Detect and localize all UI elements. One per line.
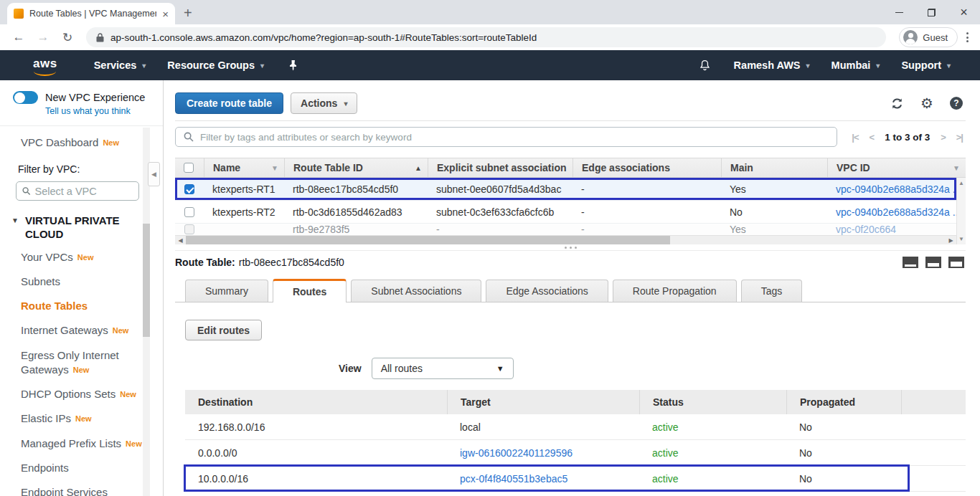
window-minimize-button[interactable] xyxy=(883,0,915,24)
sidebar-section-vpc[interactable]: ▼ VIRTUAL PRIVATE CLOUD xyxy=(0,201,148,242)
column-header-name[interactable]: Name▼ xyxy=(204,158,284,177)
sidebar-item-internet-gateways[interactable]: Internet GatewaysNew xyxy=(21,318,148,343)
new-tab-button[interactable]: + xyxy=(184,6,192,20)
cell-main: Yes xyxy=(721,224,827,235)
vertical-scrollbar[interactable]: ▲ ▼ xyxy=(956,178,966,244)
chevron-down-icon: ▾ xyxy=(876,62,880,70)
table-row[interactable]: ktexperts-RT2 rtb-0c3d61855d462ad83 subn… xyxy=(175,201,956,224)
new-badge: New xyxy=(103,138,119,147)
bell-icon[interactable] xyxy=(698,59,712,72)
column-header-edge-associations[interactable]: Edge associations xyxy=(573,158,721,177)
table-row-partial[interactable]: rtb-9e2783f5 - - Yes vpc-0f20c664 xyxy=(175,224,956,235)
tab-close-icon[interactable]: × xyxy=(162,9,169,19)
back-button[interactable]: ← xyxy=(7,30,30,44)
tab-edge-associations[interactable]: Edge Associations xyxy=(486,280,608,302)
row-checkbox[interactable] xyxy=(184,224,194,234)
scroll-left-icon[interactable]: ◀ xyxy=(175,237,186,244)
forward-button[interactable]: → xyxy=(32,30,55,44)
profile-button[interactable]: Guest xyxy=(899,27,958,47)
prev-page-button[interactable]: < xyxy=(870,132,875,143)
vpc-search-box[interactable] xyxy=(16,181,139,201)
settings-gear-button[interactable]: ⚙ xyxy=(920,96,933,110)
layout-large-pane-icon[interactable] xyxy=(948,257,964,268)
select-all-checkbox[interactable] xyxy=(184,163,194,173)
cell-edge: - xyxy=(573,224,721,235)
table-row[interactable]: ktexperts-RT1 rtb-08eec17bc854cd5f0 subn… xyxy=(175,178,956,201)
row-checkbox[interactable] xyxy=(184,207,194,217)
sidebar-item-endpoint-services[interactable]: Endpoint Services xyxy=(21,480,148,496)
column-header-target: Target xyxy=(447,390,639,414)
target-link[interactable]: pcx-0f4f840551b3ebac5 xyxy=(447,473,639,485)
vpc-id-link[interactable]: vpc-0940b2e688a5d324a ... xyxy=(827,183,956,195)
vpc-id-link[interactable]: vpc-0f20c664 xyxy=(827,224,956,235)
layout-medium-pane-icon[interactable] xyxy=(925,257,941,268)
column-header-main[interactable]: Main xyxy=(721,158,827,177)
layout-small-pane-icon[interactable] xyxy=(903,257,918,268)
cell-status: active xyxy=(639,421,786,433)
nav-support-menu[interactable]: Support▾ xyxy=(890,59,961,71)
sidebar-item-your-vpcs[interactable]: Your VPCsNew xyxy=(21,245,148,270)
aws-logo[interactable]: aws xyxy=(33,57,57,71)
new-badge: New xyxy=(120,390,136,399)
filter-search-box[interactable] xyxy=(175,127,837,147)
sidebar-item-managed-prefix-lists[interactable]: Managed Prefix ListsNew xyxy=(21,431,148,456)
view-select[interactable]: All routes ▼ xyxy=(372,358,514,379)
column-header-route-table-id[interactable]: Route Table ID▲ xyxy=(284,158,428,177)
sidebar-item-elastic-ips[interactable]: Elastic IPsNew xyxy=(21,406,148,431)
sidebar-item-subnets[interactable]: Subnets xyxy=(21,270,148,294)
aws-favicon-icon xyxy=(14,9,24,19)
create-route-table-button[interactable]: Create route table xyxy=(175,92,283,114)
url-bar[interactable]: ap-south-1.console.aws.amazon.com/vpc/ho… xyxy=(86,27,886,47)
main-content: Create route table Actions▾ ⚙ ? xyxy=(164,80,980,496)
refresh-button[interactable] xyxy=(890,97,904,110)
vpc-id-link[interactable]: vpc-0940b2e688a5d324a ... xyxy=(827,206,956,218)
target-link[interactable]: igw-06160022401129596 xyxy=(447,447,639,459)
nav-region-menu[interactable]: Mumbai▾ xyxy=(821,59,891,71)
nav-resource-groups-menu[interactable]: Resource Groups▾ xyxy=(156,50,275,80)
tab-tags[interactable]: Tags xyxy=(741,280,803,302)
vpc-search-input[interactable] xyxy=(35,186,133,197)
edit-routes-button[interactable]: Edit routes xyxy=(185,320,262,340)
cell-propagated: No xyxy=(786,473,901,485)
new-vpc-experience-toggle[interactable] xyxy=(13,91,38,104)
window-restore-button[interactable] xyxy=(915,0,948,24)
sidebar-item-dhcp-options-sets[interactable]: DHCP Options SetsNew xyxy=(21,382,148,406)
filter-search-input[interactable] xyxy=(200,132,829,143)
feedback-link[interactable]: Tell us what you think xyxy=(45,106,163,116)
cell-edge: - xyxy=(573,206,721,218)
pin-icon[interactable] xyxy=(288,59,298,71)
sidebar-collapse-button[interactable]: ◀ xyxy=(148,162,160,186)
actions-button[interactable]: Actions▾ xyxy=(291,92,357,114)
scroll-down-icon[interactable]: ▼ xyxy=(958,236,964,242)
sidebar-scrollbar-thumb[interactable] xyxy=(143,224,150,337)
help-button[interactable]: ? xyxy=(950,97,963,110)
next-page-button[interactable]: > xyxy=(941,132,946,143)
tab-summary[interactable]: Summary xyxy=(185,280,268,302)
reload-button[interactable]: ↻ xyxy=(56,30,79,45)
browser-menu-button[interactable] xyxy=(966,32,969,42)
row-checkbox[interactable] xyxy=(184,184,194,194)
column-header-vpc-id[interactable]: VPC ID▼ xyxy=(827,158,966,177)
horizontal-scrollbar[interactable]: ◀ ▶ xyxy=(175,235,956,244)
first-page-button[interactable]: |< xyxy=(852,132,858,143)
sidebar-item-vpc-dashboard[interactable]: VPC DashboardNew xyxy=(0,126,163,148)
nav-services-menu[interactable]: Services▾ xyxy=(83,50,157,80)
nav-account-menu[interactable]: Ramesh AWS▾ xyxy=(723,59,821,71)
last-page-button[interactable]: >| xyxy=(956,132,963,143)
browser-tab[interactable]: Route Tables | VPC Management × xyxy=(7,3,175,24)
select-all-header[interactable] xyxy=(175,158,204,177)
tab-route-propagation[interactable]: Route Propagation xyxy=(613,280,737,302)
scroll-up-icon[interactable]: ▲ xyxy=(958,180,964,186)
horizontal-scrollbar-thumb[interactable] xyxy=(186,236,670,244)
sidebar-item-endpoints[interactable]: Endpoints xyxy=(21,456,148,480)
sidebar-item-route-tables[interactable]: Route Tables xyxy=(21,294,148,318)
column-header-explicit-subnet-association[interactable]: Explicit subnet association xyxy=(428,158,573,177)
panel-splitter-handle[interactable] xyxy=(175,244,966,251)
cell-target: local xyxy=(447,421,639,433)
scroll-right-icon[interactable]: ▶ xyxy=(946,237,956,244)
tab-subnet-associations[interactable]: Subnet Associations xyxy=(351,280,481,302)
sidebar-item-egress-only-internet-gateways[interactable]: Egress Only Internet GatewaysNew xyxy=(21,343,148,383)
tab-routes[interactable]: Routes xyxy=(273,279,347,302)
new-badge: New xyxy=(75,414,92,423)
window-close-button[interactable]: × xyxy=(948,0,980,24)
